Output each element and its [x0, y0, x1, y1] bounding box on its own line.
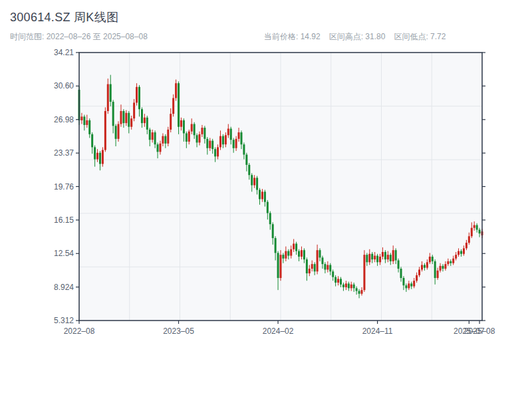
candle-up	[175, 83, 177, 98]
candle-down	[410, 283, 412, 286]
candle-down	[128, 113, 130, 127]
candle-up	[170, 114, 172, 130]
candle-up	[235, 139, 237, 148]
candle-down	[141, 109, 143, 123]
candle-up	[363, 255, 365, 290]
y-tick-label: 34.21	[54, 48, 74, 57]
candle-up	[452, 259, 454, 263]
candle-down	[348, 283, 350, 288]
candle-up	[337, 279, 339, 283]
candle-up	[466, 243, 467, 248]
candle-up	[440, 266, 442, 271]
candle-up	[413, 281, 415, 286]
candle-down	[110, 84, 112, 102]
candle-up	[468, 236, 470, 243]
candle-up	[225, 135, 227, 144]
candle-down	[287, 251, 289, 256]
candle-down	[264, 192, 266, 201]
candle-up	[418, 269, 420, 275]
candle-down	[395, 250, 397, 260]
candle-down	[267, 202, 269, 213]
y-tick-label: 16.15	[54, 215, 74, 225]
candle-down	[115, 126, 117, 139]
candle-down	[390, 255, 392, 261]
candle-down	[91, 134, 93, 148]
candle-up	[379, 257, 381, 262]
candle-up	[191, 124, 193, 132]
candle-up	[368, 254, 370, 263]
candle-down	[183, 120, 185, 134]
candle-down	[356, 288, 358, 291]
candle-down	[122, 111, 124, 123]
candle-down	[88, 120, 90, 134]
candle-down	[230, 128, 232, 140]
candle-up	[172, 98, 174, 114]
candle-down	[306, 259, 308, 273]
candle-up	[309, 269, 311, 273]
candle-up	[136, 87, 138, 103]
candle-down	[269, 213, 271, 224]
x-tick-label: 2023–05	[163, 327, 194, 336]
candle-down	[371, 254, 373, 259]
candle-up	[180, 120, 182, 127]
candle-up	[102, 150, 104, 164]
candle-down	[272, 224, 274, 238]
candle-down	[99, 153, 101, 164]
y-tick-label: 19.76	[54, 182, 74, 192]
candle-up	[167, 130, 169, 144]
candle-down	[164, 136, 166, 144]
kline-chart: 34.2130.6026.9823.3719.7616.1512.548.924…	[0, 0, 532, 399]
candle-up	[311, 264, 313, 269]
candle-up	[107, 84, 109, 111]
candle-down	[211, 141, 213, 150]
candle-down	[196, 135, 198, 142]
candle-up	[317, 250, 319, 271]
candle-down	[434, 261, 436, 278]
candle-down	[186, 133, 188, 142]
candle-up	[280, 255, 282, 278]
candle-up	[455, 255, 457, 259]
candle-down	[248, 165, 250, 175]
candle-up	[253, 178, 255, 185]
y-tick-label: 23.37	[54, 148, 74, 158]
x-tick-label: 2025–08	[464, 327, 495, 336]
candle-down	[479, 230, 481, 234]
candle-down	[206, 139, 208, 148]
candle-down	[154, 132, 156, 144]
candle-up	[125, 113, 127, 123]
candle-up	[473, 225, 475, 228]
candle-up	[227, 128, 229, 135]
candle-up	[345, 283, 347, 287]
candle-up	[217, 147, 219, 156]
candle-down	[402, 278, 404, 285]
candle-down	[424, 265, 426, 267]
candle-down	[83, 116, 85, 125]
candle-down	[400, 269, 402, 278]
candle-down	[460, 251, 462, 254]
candle-down	[324, 264, 326, 269]
candle-up	[199, 134, 201, 143]
candle-up	[463, 248, 465, 253]
candle-up	[188, 132, 190, 142]
candle-down	[340, 279, 342, 284]
candle-down	[366, 255, 368, 262]
candle-up	[86, 120, 88, 125]
x-tick-label: 2024–02	[263, 327, 294, 336]
candle-up	[293, 243, 295, 249]
candle-up	[382, 252, 384, 257]
candle-up	[392, 250, 394, 261]
candle-up	[387, 255, 389, 259]
y-tick-label: 30.60	[54, 81, 74, 90]
candle-up	[120, 111, 122, 124]
candle-down	[138, 87, 140, 109]
candle-down	[203, 128, 205, 139]
candle-down	[251, 175, 253, 185]
candle-down	[376, 256, 378, 263]
candle-up	[408, 283, 410, 288]
candle-down	[94, 147, 96, 159]
candle-up	[152, 132, 154, 140]
candle-up	[458, 251, 460, 255]
x-tick-label: 2024–11	[362, 327, 393, 336]
candle-down	[476, 225, 478, 230]
candle-down	[384, 252, 386, 259]
